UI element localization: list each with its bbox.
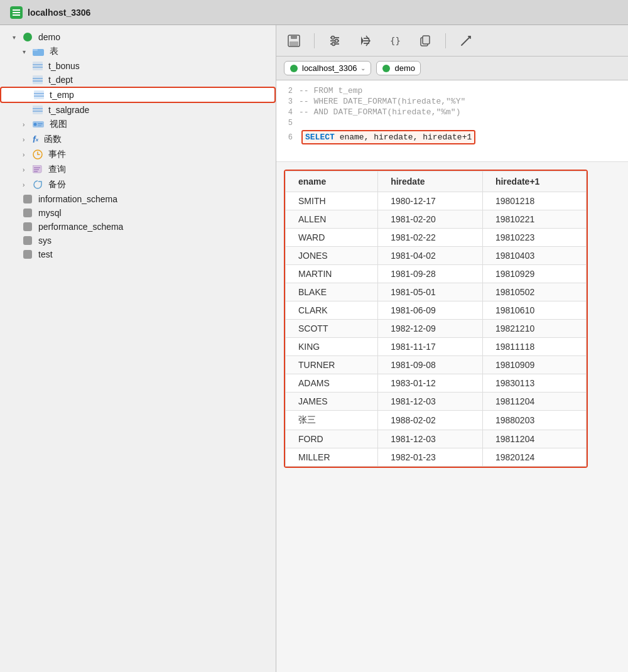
table-cell: 1982-01-23 <box>378 448 483 467</box>
database-selector[interactable]: demo <box>376 61 421 75</box>
table-cell: 1981-02-22 <box>378 229 483 247</box>
sidebar-item-performance_schema[interactable]: › performance_schema <box>0 220 276 234</box>
table-cell: 1980-12-17 <box>378 192 483 210</box>
sidebar-item-events[interactable]: › 事件 <box>0 147 276 162</box>
settings-button[interactable] <box>325 31 345 51</box>
svg-rect-27 <box>23 222 32 231</box>
sql-line-5: 5 <box>276 117 628 128</box>
sidebar-item-functions[interactable]: › fx 函数 <box>0 132 276 147</box>
table-row: FORD1981-12-0319811204 <box>286 430 587 448</box>
table-cell: 1981-12-03 <box>378 430 483 448</box>
separator-1 <box>314 33 315 48</box>
copy-button[interactable] <box>415 31 435 51</box>
svg-rect-4 <box>33 62 43 70</box>
main-layout: ▾ demo ▾ 表 <box>0 25 628 672</box>
sidebar-label-t_dept: t_dept <box>48 75 73 85</box>
table-cell: MILLER <box>286 448 378 467</box>
svg-rect-25 <box>23 195 32 203</box>
table-row: KING1981-11-1719811118 <box>286 338 587 356</box>
table-cell: 1981-04-02 <box>378 247 483 265</box>
db-grey-icon-perf <box>23 222 33 232</box>
save-button[interactable] <box>284 31 304 51</box>
table-cell: 19810223 <box>482 229 586 247</box>
sidebar-label-backup: 备份 <box>48 179 66 190</box>
table-row: ALLEN1981-02-2019810221 <box>286 210 587 229</box>
format-button[interactable]: {} <box>385 31 405 51</box>
sidebar-item-t_salgrade[interactable]: t_salgrade <box>0 103 276 117</box>
expand-arrow-queries: › <box>23 166 31 173</box>
server-selector-text: localhost_3306 <box>302 63 357 73</box>
sidebar-label-sys: sys <box>38 236 51 246</box>
view-icon <box>33 120 44 129</box>
db-icon <box>23 32 33 42</box>
expand-arrow-views: › <box>23 121 31 128</box>
sidebar-item-t_bonus[interactable]: t_bonus <box>0 59 276 73</box>
svg-point-36 <box>332 36 335 39</box>
sql-editor[interactable]: 2 -- FROM t_emp 3 -- WHERE DATE_FORMAT(h… <box>276 80 628 162</box>
sql-line-6: 6 SELECT ename, hiredate, hiredate+1 <box>276 128 628 146</box>
sidebar-item-queries[interactable]: › 查询 <box>0 162 276 177</box>
table-cell: ADAMS <box>286 374 378 393</box>
sidebar-item-t_dept[interactable]: t_dept <box>0 73 276 87</box>
expand-arrow-tables: ▾ <box>23 48 31 55</box>
sidebar-label-queries: 查询 <box>48 164 66 175</box>
table-cell: 1988-02-02 <box>378 411 483 430</box>
table-row: WARD1981-02-2219810223 <box>286 229 587 247</box>
col-hiredate1: hiredate+1 <box>482 171 586 192</box>
table-header: ename hiredate hiredate+1 <box>286 171 587 192</box>
sidebar-item-backup[interactable]: › 备份 <box>0 177 276 192</box>
db-grey-icon-sys <box>23 236 33 246</box>
sidebar-item-information_schema[interactable]: › information_schema <box>0 192 276 206</box>
table-row: MILLER1982-01-2319820124 <box>286 448 587 467</box>
svg-point-45 <box>290 65 298 72</box>
sidebar-item-views[interactable]: › 视图 <box>0 117 276 132</box>
table-cell: 1981-12-03 <box>378 393 483 411</box>
svg-rect-31 <box>291 35 297 39</box>
sidebar-item-tables[interactable]: ▾ 表 <box>0 44 276 59</box>
svg-rect-13 <box>33 106 43 114</box>
table-row: JAMES1981-12-0319811204 <box>286 393 587 411</box>
sql-selected-statement: SELECT ename, hiredate, hiredate+1 <box>301 130 475 144</box>
db-grey-icon-mysql <box>23 208 33 218</box>
database-selector-text: demo <box>394 63 415 73</box>
sidebar-item-sys[interactable]: › sys <box>0 234 276 247</box>
svg-rect-28 <box>23 236 32 245</box>
table-cell: 1983-01-12 <box>378 374 483 393</box>
table-cell: 1981-11-17 <box>378 338 483 356</box>
table-cell: FORD <box>286 430 378 448</box>
table-icon-t_salgrade <box>33 106 43 114</box>
svg-point-17 <box>34 123 37 126</box>
table-cell: 1981-05-01 <box>378 283 483 301</box>
table-cell: 19810221 <box>482 210 586 229</box>
expand-arrow-functions: › <box>23 136 31 143</box>
sidebar-item-mysql[interactable]: › mysql <box>0 206 276 220</box>
event-icon <box>33 149 43 160</box>
table-icon-t_bonus <box>33 62 43 70</box>
sidebar-item-t_emp[interactable]: t_emp <box>0 87 276 103</box>
table-cell: 19801218 <box>482 192 586 210</box>
execute-button[interactable] <box>355 31 375 51</box>
sidebar-label-t_bonus: t_bonus <box>48 61 80 71</box>
table-cell: 19811204 <box>482 393 586 411</box>
db-grey-icon-info <box>23 194 33 204</box>
server-selector[interactable]: localhost_3306 ⌄ <box>284 61 371 75</box>
sql-line-4: 4 -- AND DATE_FORMAT(hiredate,"%m") <box>276 107 628 117</box>
sidebar-item-demo[interactable]: ▾ demo <box>0 30 276 44</box>
svg-rect-3 <box>33 49 38 51</box>
sidebar-label-t_salgrade: t_salgrade <box>48 105 89 115</box>
table-cell: 1981-09-08 <box>378 356 483 374</box>
table-row: CLARK1981-06-0919810610 <box>286 301 587 320</box>
more-button[interactable] <box>456 31 476 51</box>
table-cell: JAMES <box>286 393 378 411</box>
svg-text:{}: {} <box>390 36 401 46</box>
table-row: 张三1988-02-0219880203 <box>286 411 587 430</box>
table-cell: 19810610 <box>482 301 586 320</box>
results-area: ename hiredate hiredate+1 SMITH1980-12-1… <box>276 162 628 672</box>
sql-line-3: 3 -- WHERE DATE_FORMAT(hiredate,"%Y" <box>276 96 628 107</box>
table-row: JONES1981-04-0219810403 <box>286 247 587 265</box>
table-cell: WARD <box>286 229 378 247</box>
sidebar-item-test[interactable]: › test <box>0 247 276 261</box>
table-header-row: ename hiredate hiredate+1 <box>286 171 587 192</box>
connection-bar: localhost_3306 ⌄ demo <box>276 57 628 80</box>
table-cell: SCOTT <box>286 320 378 338</box>
